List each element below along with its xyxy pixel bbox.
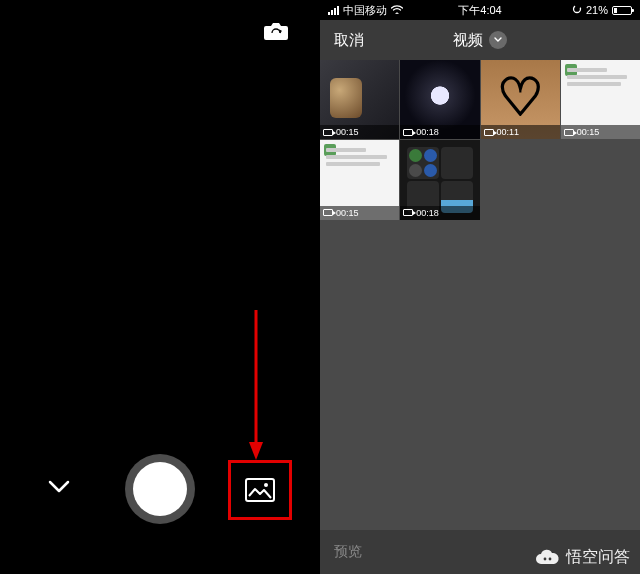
cancel-button[interactable]: 取消 bbox=[334, 31, 364, 50]
chevron-down-icon bbox=[489, 31, 507, 49]
svg-point-4 bbox=[573, 6, 580, 13]
status-bar: 中国移动 下午4:04 21% bbox=[320, 0, 640, 20]
nav-title: 视频 bbox=[453, 31, 483, 50]
video-thumb[interactable]: 00:15 bbox=[561, 60, 640, 139]
status-time: 下午4:04 bbox=[458, 3, 501, 18]
video-icon bbox=[403, 209, 413, 216]
video-thumb[interactable]: 00:15 bbox=[320, 60, 399, 139]
media-type-dropdown[interactable]: 视频 bbox=[453, 31, 507, 50]
video-icon bbox=[484, 129, 494, 136]
shutter-button[interactable] bbox=[125, 454, 195, 524]
nav-bar: 取消 视频 bbox=[320, 20, 640, 60]
wifi-icon bbox=[391, 5, 403, 16]
camera-flip-button[interactable] bbox=[262, 20, 290, 42]
watermark-text: 悟空问答 bbox=[566, 547, 630, 568]
watermark: 悟空问答 bbox=[534, 547, 630, 568]
battery-icon bbox=[612, 6, 632, 15]
svg-point-6 bbox=[549, 557, 552, 560]
video-duration: 00:15 bbox=[336, 208, 359, 218]
gallery-button[interactable] bbox=[238, 468, 282, 512]
video-thumb[interactable]: 00:18 bbox=[400, 60, 479, 139]
annotation-arrow bbox=[248, 310, 264, 460]
video-duration: 00:11 bbox=[497, 127, 520, 137]
video-duration: 00:18 bbox=[416, 208, 439, 218]
video-duration: 00:15 bbox=[336, 127, 359, 137]
video-grid: 00:15 00:18 00:11 00:15 00:15 00:18 bbox=[320, 60, 640, 220]
video-icon bbox=[323, 209, 333, 216]
svg-point-5 bbox=[544, 557, 547, 560]
battery-percent: 21% bbox=[586, 4, 608, 16]
grid-empty-area bbox=[320, 220, 640, 531]
watermark-logo-icon bbox=[534, 549, 560, 567]
video-picker-screen: 中国移动 下午4:04 21% 取消 视频 00:15 00:18 bbox=[320, 0, 640, 574]
camera-flip-icon bbox=[262, 20, 290, 42]
shutter-inner bbox=[133, 462, 187, 516]
svg-point-3 bbox=[264, 483, 268, 487]
loading-icon bbox=[572, 4, 582, 16]
preview-button[interactable]: 预览 bbox=[334, 543, 362, 561]
video-thumb[interactable]: 00:11 bbox=[481, 60, 560, 139]
video-icon bbox=[323, 129, 333, 136]
chevron-down-icon bbox=[48, 480, 70, 494]
collapse-button[interactable] bbox=[48, 476, 70, 499]
video-thumb[interactable]: 00:18 bbox=[400, 140, 479, 219]
carrier-label: 中国移动 bbox=[343, 3, 387, 18]
video-duration: 00:18 bbox=[416, 127, 439, 137]
camera-screen bbox=[0, 0, 320, 574]
gallery-icon bbox=[245, 478, 275, 502]
video-icon bbox=[403, 129, 413, 136]
signal-icon bbox=[328, 6, 339, 15]
video-thumb[interactable]: 00:15 bbox=[320, 140, 399, 219]
video-duration: 00:15 bbox=[577, 127, 600, 137]
video-icon bbox=[564, 129, 574, 136]
svg-marker-1 bbox=[249, 442, 263, 460]
